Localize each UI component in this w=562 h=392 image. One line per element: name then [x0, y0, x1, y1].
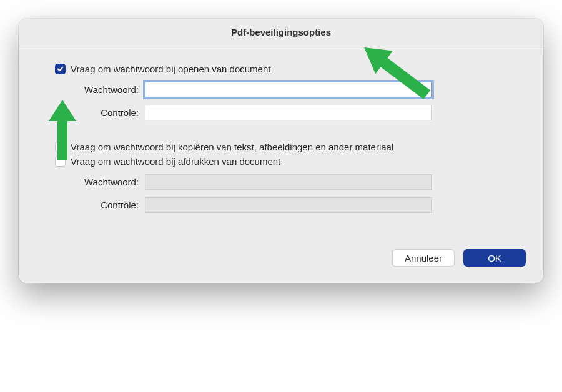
- cancel-button[interactable]: Annuleer: [392, 249, 455, 267]
- print-checkbox-label: Vraag om wachtwoord bij afdrukken van do…: [71, 156, 280, 167]
- open-password-label: Wachtwoord:: [50, 84, 145, 95]
- restrict-verify-row: Controle:: [50, 197, 512, 213]
- restrict-password-label: Wachtwoord:: [50, 177, 145, 187]
- dialog-content: Vraag om wachtwoord bij openen van docum…: [19, 46, 543, 249]
- open-verify-input[interactable]: [145, 105, 432, 120]
- open-password-checkbox-label: Vraag om wachtwoord bij openen van docum…: [71, 64, 270, 74]
- open-password-checkbox[interactable]: [55, 64, 66, 74]
- copy-checkbox[interactable]: [55, 142, 66, 152]
- print-checkbox-row: Vraag om wachtwoord bij afdrukken van do…: [50, 156, 512, 167]
- ok-button[interactable]: OK: [463, 249, 526, 267]
- restrict-section: Vraag om wachtwoord bij kopiëren van tek…: [50, 142, 512, 213]
- security-options-dialog: Pdf-beveiligingsopties Vraag om wachtwoo…: [19, 19, 543, 283]
- open-verify-row: Controle:: [50, 105, 512, 120]
- restrict-password-row: Wachtwoord:: [50, 174, 512, 190]
- open-password-checkbox-row: Vraag om wachtwoord bij openen van docum…: [50, 64, 512, 74]
- open-verify-label: Controle:: [50, 107, 145, 118]
- copy-checkbox-label: Vraag om wachtwoord bij kopiëren van tek…: [71, 142, 393, 152]
- restrict-verify-label: Controle:: [50, 200, 145, 210]
- restrict-password-input: [145, 174, 432, 190]
- restrict-verify-input: [145, 197, 432, 213]
- copy-checkbox-row: Vraag om wachtwoord bij kopiëren van tek…: [50, 142, 512, 152]
- button-bar: Annuleer OK: [19, 249, 543, 283]
- dialog-title: Pdf-beveiligingsopties: [231, 27, 331, 37]
- checkmark-icon: [57, 66, 64, 72]
- print-checkbox[interactable]: [55, 156, 66, 167]
- open-password-row: Wachtwoord:: [50, 82, 512, 97]
- open-password-section: Vraag om wachtwoord bij openen van docum…: [50, 64, 512, 120]
- titlebar: Pdf-beveiligingsopties: [19, 19, 543, 46]
- open-password-input[interactable]: [145, 82, 432, 97]
